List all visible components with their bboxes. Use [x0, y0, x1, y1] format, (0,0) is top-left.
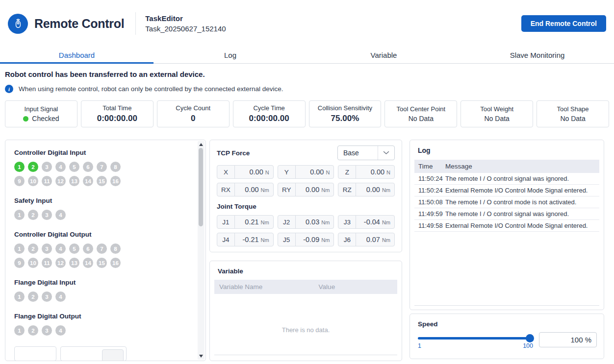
speed-title: Speed — [418, 320, 596, 328]
field-label: Z — [338, 166, 356, 178]
message-column-header: Message — [445, 163, 472, 170]
card-value: 0:00:00.00 — [249, 114, 289, 123]
io-indicator: 16 — [110, 258, 121, 268]
io-indicator-row: 12345678 — [14, 243, 193, 254]
value-field-j6: J60.07Nm — [338, 233, 395, 246]
log-message: The remote I / O control signal was igno… — [445, 175, 569, 182]
field-label: RY — [278, 183, 296, 196]
field-unit: Nm — [261, 187, 269, 193]
remote-control-logo-icon — [8, 14, 28, 34]
io-stub-field-2[interactable] — [60, 346, 127, 361]
speed-slider[interactable]: 1 100 — [418, 332, 533, 349]
io-indicator: 3 — [42, 325, 52, 336]
field-unit: Nm — [321, 187, 330, 193]
field-unit: Nm — [382, 237, 390, 243]
scrollbar-thumb[interactable] — [199, 148, 203, 226]
notice-title: Robot control has been transferred to an… — [5, 70, 609, 78]
notice-info-row: i When using remote control, robot can o… — [5, 85, 609, 93]
io-indicator-row: 12345678 — [14, 162, 193, 172]
io-indicator: 14 — [83, 258, 93, 268]
io-stub-inner-button[interactable] — [102, 349, 124, 361]
field-unit: Nm — [321, 219, 330, 225]
status-card-tool-weight: Tool WeightNo Data — [460, 100, 533, 127]
status-card-collision-sensitivity: Collision Sensitivity75.00% — [309, 100, 382, 127]
speed-slider-track[interactable] — [418, 337, 533, 340]
field-value: -0.21 — [235, 236, 259, 243]
tab-variable[interactable]: Variable — [307, 47, 460, 63]
io-indicator: 11 — [42, 258, 52, 268]
field-unit: Nm — [261, 219, 269, 225]
variable-table-bottom-line — [214, 355, 397, 355]
log-message: The remote I / O control mode is not act… — [445, 198, 576, 206]
io-indicator: 5 — [69, 162, 79, 172]
io-indicator: 2 — [28, 325, 38, 336]
log-time: 11:49:58 — [414, 222, 445, 229]
io-indicator: 6 — [83, 162, 93, 172]
field-label: RZ — [338, 183, 356, 196]
value-field-x: X0.00N — [217, 165, 274, 179]
status-card-cycle-count: Cycle Count0 — [157, 100, 230, 127]
io-indicator: 9 — [14, 258, 25, 268]
io-indicator: 12 — [55, 176, 66, 186]
io-indicator: 7 — [97, 243, 107, 254]
io-indicator: 2 — [28, 162, 38, 172]
frame-select-dropdown[interactable]: Base — [337, 146, 395, 160]
speed-value-field[interactable]: 100 % — [539, 332, 597, 347]
tab-dashboard[interactable]: Dashboard — [0, 47, 154, 63]
status-card-input-signal: Input SignalChecked — [5, 100, 77, 127]
io-indicator: 6 — [83, 243, 93, 254]
io-indicator: 16 — [110, 176, 121, 186]
value-field-j3: J3-0.04Nm — [338, 215, 395, 229]
card-value: No Data — [485, 115, 510, 122]
field-unit: Nm — [321, 237, 330, 243]
scroll-down-icon[interactable] — [199, 355, 203, 358]
task-name: Task_20250627_152140 — [145, 24, 226, 33]
io-panel-scrollbar[interactable] — [198, 141, 205, 360]
io-indicator: 4 — [55, 210, 66, 220]
io-section: Controller Digital Output123456789101112… — [14, 231, 193, 268]
io-indicator: 7 — [97, 162, 107, 172]
tab-slave-monitoring[interactable]: Slave Monitoring — [460, 47, 614, 63]
field-value: 0.00 — [356, 186, 380, 194]
card-value: 0 — [191, 114, 195, 123]
field-label: Y — [278, 166, 296, 178]
io-indicator: 1 — [14, 210, 25, 220]
log-row: 11:50:08The remote I / O control mode is… — [414, 196, 599, 208]
scroll-up-icon[interactable] — [199, 143, 203, 146]
io-stub-field[interactable] — [14, 346, 56, 361]
io-indicator: 3 — [42, 162, 52, 172]
io-indicator: 3 — [42, 243, 52, 254]
chevron-down-icon[interactable] — [378, 146, 394, 160]
speed-slider-handle[interactable] — [526, 334, 534, 342]
io-indicator: 1 — [14, 162, 25, 172]
end-remote-control-button[interactable]: End Remote Control — [521, 15, 606, 32]
field-label: X — [217, 166, 235, 178]
io-indicator: 1 — [14, 291, 25, 302]
io-indicator: 4 — [55, 291, 66, 302]
card-value: Checked — [23, 115, 59, 122]
field-unit: Nm — [261, 237, 269, 243]
status-card-cycle-time: Cycle Time0:00:00.00 — [233, 100, 306, 127]
log-time: 11:49:59 — [414, 210, 445, 218]
io-section: Flange Digital Output1234 — [14, 313, 193, 336]
io-indicator: 11 — [42, 176, 52, 186]
field-unit: N — [265, 170, 269, 175]
log-row: 11:50:24External Remote I/O Control Mode… — [414, 185, 599, 196]
field-value: 0.00 — [235, 186, 259, 194]
tab-log[interactable]: Log — [154, 47, 307, 63]
io-indicator-row: 910111213141516 — [14, 258, 193, 268]
io-indicator: 10 — [28, 176, 38, 186]
status-card-tool-center-point: Tool Center PointNo Data — [384, 100, 457, 127]
app-header: Remote Control TaskEditor Task_20250627_… — [0, 0, 614, 47]
log-time: 11:50:08 — [414, 198, 445, 206]
io-indicator: 15 — [97, 176, 107, 186]
notice-info-text: When using remote control, robot can onl… — [19, 85, 283, 93]
field-label: J6 — [338, 233, 356, 246]
card-label: Cycle Count — [176, 104, 210, 112]
field-value: 0.00 — [296, 168, 324, 176]
speed-max-label: 100 — [523, 342, 533, 349]
field-label: J2 — [278, 216, 296, 228]
io-section-title: Flange Digital Output — [14, 313, 193, 320]
card-label: Cycle Time — [253, 104, 284, 112]
io-indicator: 10 — [28, 258, 38, 268]
